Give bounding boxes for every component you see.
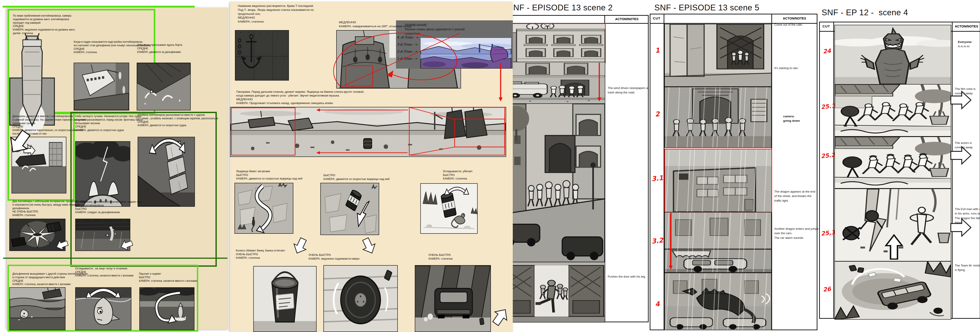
harbor-color-drawing xyxy=(420,38,511,69)
text-line: The film crew is xyxy=(955,87,975,91)
text-line: КАМЕРА: статична xyxy=(13,214,86,217)
text-line: КАМЕРА: статична xyxy=(443,177,473,180)
plan-label: 3-й План → xyxy=(397,43,417,46)
plan-label: 1-й План → xyxy=(397,57,417,61)
text-line: и опускаются (не очень быстро), между ни… xyxy=(13,203,86,207)
text-line: The car alarm sounds. xyxy=(774,236,819,240)
building-van-drawing xyxy=(498,62,605,104)
caption-block: Штабель контейнеров раскачивается вместе… xyxy=(138,113,218,127)
note-text: Come out of the cafe. xyxy=(774,22,803,27)
text-line: It's starting to rain. xyxy=(774,66,799,70)
text-line: КАМЕРА: статична xyxy=(236,256,285,260)
text-line: trash along the road. xyxy=(608,90,648,95)
text-line: КАМЕРА: движется со скоростью ящерицы на… xyxy=(236,177,302,180)
wheel-drawing xyxy=(324,266,397,332)
caption-block: БЫСТРОКАМЕРА: движется со скоростью ящер… xyxy=(323,174,390,181)
text-line: БЫСТРО xyxy=(139,276,197,279)
text-line: По мере приближения контейнеровоза, каме… xyxy=(13,14,75,18)
dragon-car-drawing xyxy=(665,273,771,330)
board-title-scene5: SNF - EPISODE 13 scene 5 xyxy=(654,3,759,13)
note-text: It's starting to rain. xyxy=(774,66,799,70)
text-line: Прыгает и ныряет xyxy=(139,272,197,276)
cut-panel-street-people xyxy=(498,103,605,263)
text-line: traffic light. xyxy=(774,198,815,203)
text-line: КАМЕРА: движется со скоростью ящерицы на… xyxy=(323,177,390,181)
text-line: going down xyxy=(783,119,800,123)
text-line: The dragon appears at the end xyxy=(774,190,815,194)
dolphin-dive-drawing xyxy=(140,288,194,330)
green-divider-bar xyxy=(3,6,195,8)
text-line: Под Т- якорь. Якорь медленно слегка пока… xyxy=(238,8,314,12)
note-box-text: ПРИМЕЧАНИЕ:Разные планы фона сдвигаются … xyxy=(405,23,465,36)
cut-number: 3.2 xyxy=(651,236,663,245)
text-line: Оглядывается , на лице- испуг и отчаяние… xyxy=(75,267,134,270)
cut-number: 26 xyxy=(821,285,833,293)
board-title-ep12: SNF - EP 12 - scene 4 xyxy=(822,8,908,17)
plan-label: 2-й План → xyxy=(397,49,417,54)
text-line: КАМЕРА: следует за дельфиненком xyxy=(75,211,142,214)
text-line: постепенно отставая от них xyxy=(13,132,87,136)
text-line: Another dragon enters and jumps xyxy=(774,227,819,231)
evil-man-drawing xyxy=(835,189,951,261)
plan-label: 4 -й План → xyxy=(397,35,418,39)
text-line: СРЕДНЕ xyxy=(13,25,75,28)
text-line: ПРИМЕЧАНИЕ: xyxy=(405,23,465,27)
building-top-drawing xyxy=(498,24,605,62)
street-corner-drawing xyxy=(665,24,771,86)
superstructure-drawing xyxy=(74,63,129,110)
storyboard-panel-dolphin-sea xyxy=(9,287,65,330)
text-line: МЕДЛЕННО xyxy=(236,97,364,101)
storyboard-panel-dolphin-face xyxy=(75,287,131,330)
splash-container-drawing xyxy=(10,219,65,251)
text-line: The Evil man with a wo xyxy=(955,207,980,211)
caption-block: Два контейнера с небольшим интервалом 'п… xyxy=(13,200,86,217)
text-line: in his arms, runs last. xyxy=(955,211,980,216)
text-line: НЕ ОЧЕНЬ БЫСТРО xyxy=(13,210,86,214)
text-line: Ящерица бежит зигзагами xyxy=(236,169,302,173)
text-line: camera: xyxy=(783,114,800,119)
caption-block: По мере приближения контейнеровоза, каме… xyxy=(13,14,75,35)
text-line: днище контейнеровоза xyxy=(75,204,142,208)
text-line: КАМЕРА: движется за дельфинами xyxy=(137,51,182,54)
dolphin-face-drawing xyxy=(76,288,131,330)
text-line: БЫСТРО xyxy=(443,173,473,177)
text-line: продольной оси. xyxy=(238,12,314,16)
column-separator xyxy=(952,22,953,319)
text-line: СРЕДНЕ xyxy=(75,125,143,129)
storyboard-panel-under-hull xyxy=(75,219,130,251)
street-people-drawing xyxy=(498,104,605,262)
street-car-drawing xyxy=(665,212,771,272)
cut-panel-run-crew xyxy=(834,84,951,137)
caption-block: ОЧЕНЬ БЫСТРОКАМЕРА: медленно поднимается… xyxy=(309,253,360,260)
cut-number: 25,3 xyxy=(821,229,833,237)
storm-drawing xyxy=(76,142,130,206)
text-line: СРЕДНЕ xyxy=(137,47,182,51)
text-line: Дельфины проплывают вдоль борта xyxy=(137,43,182,47)
text-line: КАМЕРА: статична, качается вместе с волн… xyxy=(75,274,134,278)
godzilla-drawing xyxy=(835,25,951,84)
text-line: КАМЕРА: Продолжает отъезжать назад, одно… xyxy=(236,101,364,105)
text-line: ОЧЕНЬ БЫСТРО xyxy=(428,253,453,257)
note-text: The dragon appears at the endof the stre… xyxy=(774,190,815,203)
text-line: МЕДЛЕННО xyxy=(339,20,411,24)
text-line: The actors is xyxy=(955,141,973,145)
text-line: БЫСТРО xyxy=(323,174,390,177)
car-away-drawing xyxy=(415,266,490,332)
cut-panel-evil-man xyxy=(834,188,951,262)
notes-header: ACTON/NOTES xyxy=(953,22,980,31)
text-line: КАМЕРА: медленно поднимается вверх xyxy=(309,257,360,261)
text-line: БЫСТРО xyxy=(236,173,302,177)
caption-block: Небо затянуто тучами. Начинается шторм. … xyxy=(75,115,143,132)
cut-number: 4 xyxy=(651,300,663,308)
note-text: The wind drives newspapers atrash along … xyxy=(608,86,648,95)
text-line: КАМЕРА: статична, качается вместе с волн… xyxy=(13,283,88,286)
text-line: Оглядывается, убегает. xyxy=(443,169,473,173)
run-actors-drawing xyxy=(835,137,951,188)
caption-block: Дельфины проплывают вдоль бортаСРЕДНЕКАМ… xyxy=(137,43,182,54)
text-line: Come out of the cafe. xyxy=(774,22,803,27)
storyboard-panel-dolphin-dive xyxy=(139,287,194,330)
text-line: МЕДЛЕННО xyxy=(238,16,314,20)
text-line: БЫСТРО xyxy=(75,208,142,211)
text-line: КАМЕРА: статична, качается вместе с волн… xyxy=(139,279,197,283)
text-line: Название медленно растворяется, буква Т-… xyxy=(238,4,314,8)
